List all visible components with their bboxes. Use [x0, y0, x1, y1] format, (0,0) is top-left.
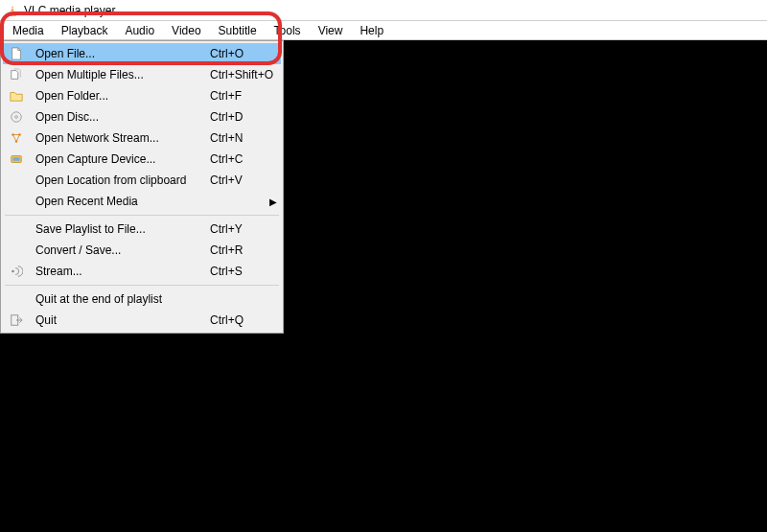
menu-item-accelerator: Ctrl+Y — [210, 222, 277, 236]
file-icon — [9, 46, 24, 61]
menu-item-accelerator: Ctrl+Shift+O — [210, 68, 277, 81]
menu-item-quit-at-the-end-of-playlist[interactable]: Quit at the end of playlist — [3, 289, 281, 310]
menu-item-label: Open Location from clipboard — [35, 173, 200, 187]
menu-item-open-recent-media[interactable]: Open Recent Media▶ — [3, 191, 281, 212]
menu-media[interactable]: Media — [4, 22, 53, 39]
menu-tools[interactable]: Tools — [266, 22, 310, 39]
stream-icon — [9, 264, 24, 279]
menu-item-label: Stream... — [35, 265, 200, 278]
menu-item-label: Quit at the end of playlist — [35, 292, 200, 306]
menu-item-label: Quit — [35, 313, 200, 327]
menu-item-stream[interactable]: Stream...Ctrl+S — [3, 261, 281, 282]
menu-item-quit[interactable]: QuitCtrl+Q — [3, 310, 281, 331]
blank-icon — [9, 194, 24, 209]
menu-item-open-file[interactable]: Open File...Ctrl+O — [3, 43, 281, 64]
blank-icon — [9, 173, 24, 188]
folder-icon — [9, 88, 24, 104]
menu-item-label: Open Recent Media — [35, 195, 267, 208]
menu-item-accelerator: Ctrl+F — [210, 89, 277, 103]
menu-subtitle[interactable]: Subtitle — [210, 22, 266, 39]
menu-help[interactable]: Help — [351, 22, 392, 39]
menu-separator — [5, 215, 279, 216]
quit-icon — [9, 312, 24, 328]
network-icon — [9, 130, 24, 146]
menu-item-accelerator: Ctrl+N — [210, 131, 277, 145]
menu-item-open-folder[interactable]: Open Folder...Ctrl+F — [3, 85, 281, 106]
blank-icon — [9, 291, 24, 307]
menu-audio[interactable]: Audio — [116, 22, 163, 39]
menu-item-label: Open Network Stream... — [35, 131, 200, 145]
menu-item-save-playlist-to-file[interactable]: Save Playlist to File...Ctrl+Y — [3, 219, 281, 240]
svg-marker-0 — [10, 5, 14, 14]
submenu-arrow-icon: ▶ — [267, 197, 277, 207]
blank-icon — [9, 221, 24, 237]
capture-icon — [9, 151, 24, 167]
menu-item-accelerator: Ctrl+R — [210, 243, 277, 257]
svg-rect-1 — [11, 8, 13, 9]
menu-item-label: Open Folder... — [35, 89, 200, 103]
menu-video[interactable]: Video — [163, 22, 209, 39]
menu-playback[interactable]: Playback — [53, 22, 117, 39]
files-icon — [9, 67, 24, 82]
menu-item-accelerator: Ctrl+V — [210, 173, 277, 187]
menu-item-open-network-stream[interactable]: Open Network Stream...Ctrl+N — [3, 127, 281, 149]
menu-item-label: Open Capture Device... — [35, 152, 200, 166]
disc-icon — [9, 109, 24, 125]
menu-item-accelerator: Ctrl+O — [210, 47, 277, 60]
window-title: VLC media player — [24, 4, 115, 17]
menu-item-open-location-from-clipboard[interactable]: Open Location from clipboardCtrl+V — [3, 170, 281, 191]
menubar: Media Playback Audio Video Subtitle Tool… — [0, 21, 767, 40]
blank-icon — [9, 243, 24, 258]
menu-item-convert-save[interactable]: Convert / Save...Ctrl+R — [3, 240, 281, 261]
menu-item-open-multiple-files[interactable]: Open Multiple Files...Ctrl+Shift+O — [3, 64, 281, 85]
menu-separator — [5, 285, 279, 286]
svg-rect-3 — [9, 14, 16, 15]
menu-view[interactable]: View — [310, 22, 352, 39]
menu-item-open-disc[interactable]: Open Disc...Ctrl+D — [3, 106, 281, 127]
menu-item-label: Open File... — [35, 47, 200, 60]
menu-item-accelerator: Ctrl+S — [210, 265, 277, 278]
svg-point-11 — [12, 270, 14, 273]
vlc-cone-icon — [6, 4, 19, 17]
svg-point-5 — [15, 116, 18, 119]
menu-item-open-capture-device[interactable]: Open Capture Device...Ctrl+C — [3, 149, 281, 170]
titlebar: VLC media player — [0, 0, 767, 21]
menu-item-accelerator: Ctrl+Q — [210, 313, 277, 327]
menu-item-accelerator: Ctrl+D — [210, 110, 277, 124]
menu-item-label: Save Playlist to File... — [35, 222, 200, 236]
menu-item-label: Convert / Save... — [35, 243, 200, 257]
menu-item-label: Open Multiple Files... — [35, 68, 200, 81]
menu-item-label: Open Disc... — [35, 110, 200, 124]
media-dropdown: Open File...Ctrl+OOpen Multiple Files...… — [0, 40, 284, 334]
svg-rect-10 — [13, 157, 20, 161]
svg-rect-2 — [11, 11, 14, 12]
menu-item-accelerator: Ctrl+C — [210, 152, 277, 166]
